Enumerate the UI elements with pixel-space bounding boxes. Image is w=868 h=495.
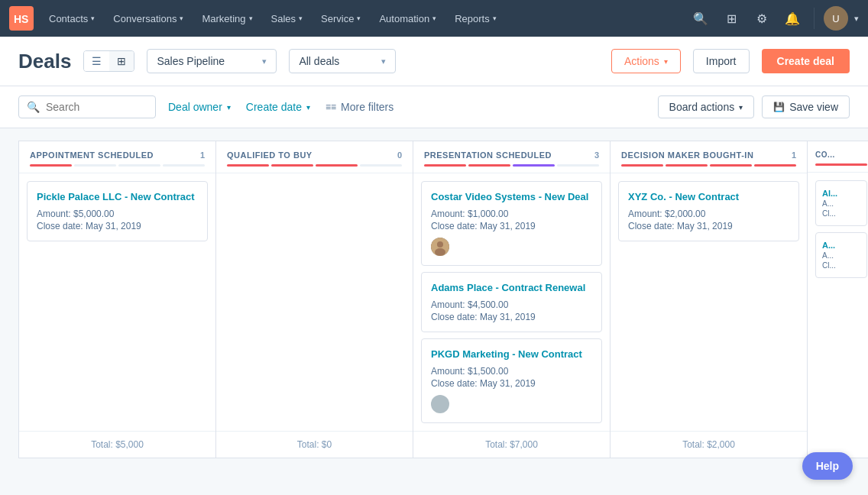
nav-right-actions: 🔍 ⊞ ⚙ 🔔 U ▾ [688,6,859,31]
deals-filter-dropdown[interactable]: All deals ▾ [289,49,396,73]
deal-card[interactable]: Adams Place - Contract Renewal Amount: $… [421,272,602,332]
chevron-down-icon: ▾ [299,15,303,22]
nav-automation[interactable]: Automation ▾ [370,0,445,37]
progress-segment [30,164,72,167]
progress-segment [815,163,867,166]
deal-title: Pickle Palace LLC - New Contract [37,191,198,204]
filter-bar: 🔍 Deal owner ▾ Create date ▾ ≡≡ More fil… [0,86,868,128]
nav-reports[interactable]: Reports ▾ [445,0,506,37]
deal-amount: Amount: $1,500.00 [431,366,592,377]
col-progress [30,164,205,167]
deal-owner-filter[interactable]: Deal owner ▾ [165,96,234,118]
column-appointment-scheduled: APPOINTMENT SCHEDULED 1 Pickle Palace LL… [18,141,215,458]
save-icon: 💾 [773,102,785,112]
deal-card[interactable]: Pickle Palace LLC - New Contract Amount:… [27,181,208,241]
col-count: 1 [200,150,205,160]
search-input[interactable] [46,101,145,113]
chevron-down-icon: ▾ [854,14,859,24]
nav-items: Contacts ▾ Conversations ▾ Marketing ▾ S… [40,0,688,37]
help-button[interactable]: Help [802,452,853,471]
col-footer: Total: $7,000 [413,431,610,458]
col-title: QUALIFIED TO BUY [227,150,313,160]
save-view-button[interactable]: 💾 Save view [762,95,850,118]
deal-card[interactable]: XYZ Co. - New Contract Amount: $2,000.00… [618,181,799,241]
chevron-down-icon: ▾ [306,103,310,112]
col-cards: Costar Video Systems - New Deal Amount: … [413,173,610,431]
import-button[interactable]: Import [693,49,750,73]
view-toggle: ☰ ⊞ [83,50,134,72]
column-contract-sent: CO... Al... A... Cl... A... A... Cl... [807,141,868,458]
nav-service[interactable]: Service ▾ [312,0,370,37]
deal-title: Al... [822,189,860,198]
board-columns: APPOINTMENT SCHEDULED 1 Pickle Palace LL… [18,141,868,458]
deal-title: Costar Video Systems - New Deal [431,191,592,204]
progress-segment [118,164,160,167]
col-header: CO... [808,141,868,173]
apps-icon[interactable]: ⊞ [719,6,743,31]
col-cards [216,173,413,431]
column-presentation-scheduled: PRESENTATION SCHEDULED 3 Costar Video Sy… [413,141,610,458]
page-header: Deals ☰ ⊞ Sales Pipeline ▾ All deals ▾ A… [0,37,868,86]
svg-point-4 [435,248,445,256]
nav-conversations[interactable]: Conversations ▾ [104,0,193,37]
deal-amount: Amount: $5,000.00 [37,209,198,219]
col-header: DECISION MAKER BOUGHT-IN 1 [611,141,807,173]
chevron-down-icon: ▾ [180,15,183,22]
svg-point-3 [437,241,443,247]
col-progress [227,164,402,167]
board-view-button[interactable]: ⊞ [109,51,134,71]
chevron-down-icon: ▾ [739,103,743,112]
notifications-icon[interactable]: 🔔 [780,6,805,31]
search-icon[interactable]: 🔍 [688,6,713,31]
progress-segment [74,164,116,167]
pipeline-dropdown[interactable]: Sales Pipeline ▾ [147,49,277,73]
progress-segment [163,164,205,167]
deal-title: XYZ Co. - New Contract [628,191,789,204]
avatar [431,238,449,256]
nav-sales[interactable]: Sales ▾ [262,0,313,37]
board-container: APPOINTMENT SCHEDULED 1 Pickle Palace LL… [0,128,868,471]
nav-marketing[interactable]: Marketing ▾ [193,0,261,37]
col-title: PRESENTATION SCHEDULED [424,150,552,160]
col-progress [621,164,796,167]
deal-card[interactable]: Al... A... Cl... [815,180,867,226]
hubspot-logo[interactable]: HS [9,6,34,31]
deal-card[interactable]: A... A... Cl... [815,232,867,278]
top-navigation: HS Contacts ▾ Conversations ▾ Marketing … [0,0,868,37]
board-actions-button[interactable]: Board actions ▾ [658,95,755,118]
create-deal-button[interactable]: Create deal [762,49,850,73]
progress-segment [360,164,402,167]
col-footer: Total: $5,000 [19,431,215,458]
deal-close-date: Close date: May 31, 2019 [431,312,592,322]
deal-amount: Amount: $2,000.00 [628,209,789,219]
col-title: APPOINTMENT SCHEDULED [30,150,154,160]
list-view-button[interactable]: ☰ [84,51,109,71]
search-box[interactable]: 🔍 [18,95,156,118]
deal-card[interactable]: Costar Video Systems - New Deal Amount: … [421,181,602,266]
col-count: 1 [792,150,796,160]
more-filters-button[interactable]: ≡≡ More filters [322,96,397,118]
nav-divider [814,8,815,29]
progress-segment [621,164,663,167]
deal-title: Adams Place - Contract Renewal [431,282,592,295]
settings-icon[interactable]: ⚙ [750,6,774,31]
create-date-filter[interactable]: Create date ▾ [243,96,313,118]
column-qualified-to-buy: QUALIFIED TO BUY 0 Total: $0 [215,141,413,458]
avatar[interactable]: U [824,6,848,31]
col-title: DECISION MAKER BOUGHT-IN [621,150,753,160]
deal-amount: A... [822,199,860,208]
chevron-down-icon: ▾ [91,15,95,22]
deal-amount: Amount: $4,500.00 [431,299,592,310]
deal-close-date: Close date: May 31, 2019 [431,378,592,389]
progress-segment [316,164,358,167]
progress-segment [468,164,510,167]
col-footer: Total: $0 [216,431,413,458]
deal-amount: A... [822,251,860,260]
deal-card[interactable]: PKGD Marketing - New Contract Amount: $1… [421,338,602,423]
actions-button[interactable]: Actions ▾ [611,49,681,73]
chevron-down-icon: ▾ [381,57,386,66]
nav-contacts[interactable]: Contacts ▾ [40,0,104,37]
col-count: 3 [594,150,599,160]
filter-bar-right: Board actions ▾ 💾 Save view [658,95,850,118]
avatar [431,395,449,413]
